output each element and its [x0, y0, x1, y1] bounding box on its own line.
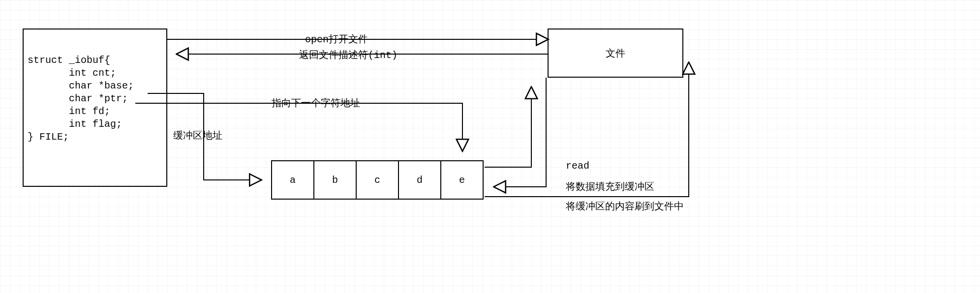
struct-line-3: char *base; [28, 80, 134, 91]
buffer-cell-4-value: e [459, 175, 465, 186]
file-box: 文件 [548, 29, 683, 78]
struct-line-1: struct _iobuf{ [28, 55, 110, 66]
buffer-cell-0-value: a [290, 175, 296, 186]
buffer-cell-2-value: c [374, 175, 380, 186]
struct-line-6: int flag; [28, 118, 122, 130]
buffer-cell-2: c [356, 160, 399, 200]
buffer-cell-1: b [313, 160, 357, 200]
edge-label-fill: 将数据填充到缓冲区 [566, 180, 654, 193]
file-box-label: 文件 [606, 47, 625, 60]
edge-label-base: 缓冲区地址 [173, 129, 222, 142]
buffer-array: a b c d e [271, 160, 484, 200]
edge-label-flush: 将缓冲区的内容刷到文件中 [566, 200, 684, 213]
buffer-cell-3: d [398, 160, 441, 200]
buffer-cell-4: e [440, 160, 484, 200]
buffer-cell-1-value: b [332, 175, 338, 186]
struct-box: struct _iobuf{ int cnt; char *base; char… [23, 29, 167, 187]
struct-line-4: char *ptr; [28, 93, 128, 104]
edge-label-ptr: 指向下一个字符地址 [272, 96, 360, 110]
edge-label-read: read [566, 160, 589, 172]
edge-fill [494, 78, 546, 187]
struct-line-7: } FILE; [28, 131, 69, 143]
edge-label-open: open打开文件 [305, 32, 368, 46]
struct-line-5: int fd; [28, 106, 110, 117]
buffer-cell-0: a [271, 160, 314, 200]
buffer-cell-3-value: d [417, 175, 423, 186]
edge-ptr [135, 103, 462, 150]
edge-flush [485, 63, 689, 197]
struct-line-2: int cnt; [28, 67, 116, 79]
edge-label-return-fd: 返回文件描述符(int) [299, 48, 398, 61]
edge-read [485, 88, 531, 167]
